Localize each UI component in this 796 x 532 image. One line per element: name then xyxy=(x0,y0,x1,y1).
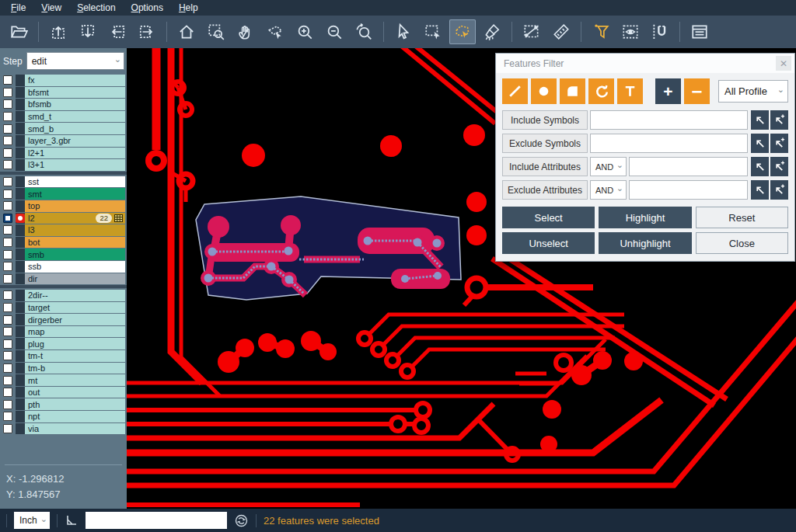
layer-item-l2+1[interactable]: l2+1 xyxy=(25,148,125,159)
menu-file[interactable]: File xyxy=(3,1,33,16)
layer-item-pth[interactable]: pth xyxy=(25,398,125,410)
layer-visibility-checkbox[interactable] xyxy=(3,376,12,385)
menu-help[interactable]: Help xyxy=(171,1,206,16)
layer-visibility-checkbox[interactable] xyxy=(3,75,12,85)
layer-item-smd_t[interactable]: smd_t xyxy=(25,111,125,123)
include-attributes-input[interactable] xyxy=(629,157,748,176)
measure-corner-icon[interactable] xyxy=(65,513,79,527)
include-attributes-button[interactable]: Include Attributes xyxy=(502,157,588,176)
layer-item-dirgerber[interactable]: dirgerber xyxy=(25,314,125,325)
zoom-previous-button[interactable] xyxy=(351,19,377,44)
include-symbols-button[interactable]: Include Symbols xyxy=(502,110,588,130)
layer-visibility-checkbox[interactable] xyxy=(3,124,12,134)
zoom-object-button[interactable] xyxy=(262,19,288,44)
layer-item-tm-t[interactable]: tm-t xyxy=(25,350,125,362)
pan-hand-button[interactable] xyxy=(232,19,259,44)
select-polygon-button[interactable] xyxy=(449,19,476,44)
polarity-positive-button[interactable]: + xyxy=(655,78,681,104)
layer-visibility-checkbox[interactable] xyxy=(3,225,12,235)
measure-distance-button[interactable] xyxy=(518,19,545,44)
layer-visibility-checkbox[interactable] xyxy=(3,315,12,325)
zoom-area-button[interactable] xyxy=(203,19,229,44)
include-symbols-input[interactable] xyxy=(590,110,748,130)
operator-select[interactable]: AND⌄ xyxy=(590,180,627,200)
layer-item-target[interactable]: target xyxy=(25,302,125,314)
menu-selection[interactable]: Selection xyxy=(69,1,123,16)
layer-item-dir[interactable]: dir xyxy=(25,273,125,285)
zoom-in-button[interactable] xyxy=(292,19,318,44)
layer-visibility-checkbox[interactable] xyxy=(3,339,12,349)
layer-visibility-checkbox[interactable] xyxy=(3,99,12,109)
layer-item-smb[interactable]: smb xyxy=(25,249,125,260)
layer-visibility-checkbox[interactable] xyxy=(3,424,12,433)
zoom-home-button[interactable] xyxy=(173,19,200,44)
layer-visibility-checkbox[interactable] xyxy=(3,290,12,300)
add-pick-from-screen-button[interactable] xyxy=(770,134,788,153)
pick-from-screen-button[interactable] xyxy=(751,110,769,130)
active-layer-indicator[interactable] xyxy=(16,214,25,223)
measure-ruler-button[interactable] xyxy=(548,19,574,44)
layer-item-out[interactable]: out xyxy=(25,387,125,398)
layer-item-plug[interactable]: plug xyxy=(25,338,125,349)
close-icon[interactable]: ✕ xyxy=(776,56,791,71)
layer-item-bfsmt[interactable]: bfsmt xyxy=(25,87,125,99)
layer-visibility-checkbox[interactable] xyxy=(3,160,12,169)
layer-item-tm-b[interactable]: tm-b xyxy=(25,363,125,374)
pick-from-screen-button[interactable] xyxy=(751,180,769,200)
step-select[interactable]: edit ⌄ xyxy=(26,52,124,70)
select-rectangle-button[interactable] xyxy=(420,19,446,44)
layer-visibility-checkbox[interactable] xyxy=(3,388,12,397)
layer-visibility-checkbox[interactable] xyxy=(3,238,12,247)
layer-item-l3[interactable]: l3 xyxy=(25,224,125,236)
select-arrow-button[interactable] xyxy=(390,19,417,44)
layer-visibility-checkbox[interactable] xyxy=(3,303,12,312)
layer-item-mt[interactable]: mt xyxy=(25,374,125,386)
layer-item-top[interactable]: top xyxy=(25,200,125,212)
features-filter-button[interactable] xyxy=(588,19,614,44)
layer-item-bot[interactable]: bot xyxy=(25,237,125,249)
layer-item-via[interactable]: via xyxy=(25,423,125,435)
view-features-button[interactable] xyxy=(617,19,644,44)
filter-surfaces-button[interactable] xyxy=(560,78,585,104)
refresh-icon[interactable] xyxy=(234,513,249,528)
exclude-attributes-input[interactable] xyxy=(629,180,748,200)
layer-item-2dir--[interactable]: 2dir-- xyxy=(25,290,125,301)
layer-item-fx[interactable]: fx xyxy=(25,75,125,86)
clear-highlight-brush-button[interactable] xyxy=(479,19,505,44)
layer-visibility-checkbox[interactable] xyxy=(3,400,12,409)
open-file-button[interactable] xyxy=(5,19,32,44)
layer-visibility-checkbox[interactable] xyxy=(3,148,12,158)
layer-visibility-checkbox[interactable] xyxy=(3,112,12,121)
layers-panel-button[interactable] xyxy=(686,19,713,44)
layer-item-smt[interactable]: smt xyxy=(25,188,125,200)
exclude-symbols-input[interactable] xyxy=(590,134,748,153)
zoom-out-button[interactable] xyxy=(321,19,347,44)
filter-arcs-button[interactable] xyxy=(588,78,614,104)
layer-grid-icon[interactable] xyxy=(114,214,123,222)
exclude-symbols-button[interactable]: Exclude Symbols xyxy=(502,134,588,153)
layer-visibility-checkbox[interactable] xyxy=(3,88,12,97)
add-pick-from-screen-button[interactable] xyxy=(770,110,788,130)
profile-select[interactable]: All Profile ⌄ xyxy=(718,80,788,103)
layer-visibility-checkbox[interactable] xyxy=(3,136,12,145)
unselect-button[interactable]: Unselect xyxy=(502,232,595,254)
layer-visibility-checkbox[interactable] xyxy=(3,351,12,360)
layer-item-ssb[interactable]: ssb xyxy=(25,261,125,273)
layer-visibility-checkbox[interactable] xyxy=(3,412,12,421)
layer-visibility-checkbox[interactable] xyxy=(3,201,12,210)
pan-right-button[interactable] xyxy=(134,19,160,44)
layer-visibility-checkbox[interactable] xyxy=(3,190,12,199)
exclude-attributes-button[interactable]: Exclude Attributes xyxy=(502,180,588,200)
filter-lines-button[interactable] xyxy=(502,78,528,104)
layer-visibility-checkbox[interactable] xyxy=(3,177,12,186)
pan-down-button[interactable] xyxy=(75,19,101,44)
layer-item-layer_3.gbr[interactable]: layer_3.gbr xyxy=(25,135,125,147)
layer-item-map[interactable]: map xyxy=(25,326,125,338)
reset-button[interactable]: Reset xyxy=(696,207,788,228)
layer-visibility-checkbox[interactable] xyxy=(3,214,12,223)
filter-text-button[interactable] xyxy=(617,78,643,104)
highlight-button[interactable]: Highlight xyxy=(599,207,691,228)
close-button[interactable]: Close xyxy=(696,232,788,254)
add-pick-from-screen-button[interactable] xyxy=(770,180,788,200)
layer-visibility-checkbox[interactable] xyxy=(3,363,12,373)
